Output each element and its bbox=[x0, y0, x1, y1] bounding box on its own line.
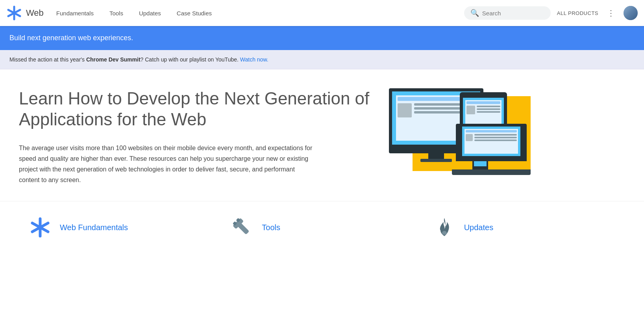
illus-laptop-line bbox=[474, 137, 517, 138]
illus-laptop-screen-inner bbox=[464, 129, 518, 154]
illus-laptop-line bbox=[474, 140, 517, 141]
notice-watch-link[interactable]: Watch now. bbox=[240, 56, 268, 63]
nav-logo[interactable]: Web bbox=[6, 5, 44, 21]
notice-text-before: Missed the action at this year's bbox=[9, 56, 86, 63]
illus-laptop-content-row bbox=[464, 134, 518, 141]
main-content: Learn How to Develop the Next Generation… bbox=[0, 69, 644, 201]
content-right bbox=[389, 88, 531, 175]
illus-tablet-box bbox=[466, 106, 475, 114]
avatar[interactable] bbox=[624, 6, 638, 20]
nav-link-tools[interactable]: Tools bbox=[109, 10, 123, 17]
illus-tablet-line bbox=[477, 106, 500, 107]
illus-tablet-bar bbox=[466, 101, 500, 104]
illus-screen-box bbox=[398, 103, 412, 117]
hero-banner: Build next generation web experiences. bbox=[0, 26, 644, 50]
bottom-cards: Web Fundamentals Tools Updates bbox=[0, 201, 644, 261]
card-updates[interactable]: Updates bbox=[423, 209, 625, 246]
illus-laptop-line bbox=[474, 134, 517, 136]
illus-laptop-lines bbox=[474, 134, 517, 141]
hero-text: Build next generation web experiences. bbox=[9, 34, 133, 42]
nav-link-case-studies[interactable]: Case Studies bbox=[177, 10, 212, 17]
nav-logo-text: Web bbox=[26, 8, 44, 18]
illus-monitor-stand bbox=[428, 153, 444, 159]
illus-tablet-line bbox=[477, 111, 500, 113]
search-icon: 🔍 bbox=[470, 9, 479, 17]
nav-right: 🔍 ALL PRODUCTS ⋮ bbox=[464, 6, 638, 20]
illus-tablet-lines bbox=[477, 106, 500, 114]
all-products-button[interactable]: ALL PRODUCTS bbox=[557, 10, 598, 16]
main-heading: Learn How to Develop the Next Generation… bbox=[19, 88, 373, 130]
notice-text-after: ? Catch up with our playlist on YouTube. bbox=[141, 56, 240, 63]
svg-point-4 bbox=[442, 231, 447, 235]
avatar-image bbox=[624, 6, 638, 20]
search-container[interactable]: 🔍 bbox=[464, 6, 551, 20]
illus-laptop-box bbox=[466, 134, 473, 141]
illus-monitor-base bbox=[420, 159, 452, 162]
card-updates-icon-wrap bbox=[433, 216, 456, 239]
notice-banner: Missed the action at this year's Chrome … bbox=[0, 50, 644, 69]
illus-laptop-base bbox=[452, 169, 531, 175]
updates-fire-icon bbox=[433, 216, 455, 238]
nav-links: Fundamentals Tools Updates Case Studies bbox=[56, 10, 464, 17]
tools-wrench-icon bbox=[231, 216, 253, 238]
illus-laptop-screen bbox=[462, 127, 520, 156]
card-web-fundamentals[interactable]: Web Fundamentals bbox=[19, 209, 221, 246]
illus-laptop bbox=[452, 124, 531, 175]
nav-link-fundamentals[interactable]: Fundamentals bbox=[56, 10, 94, 17]
card-tools-label: Tools bbox=[262, 223, 280, 232]
web-fundamentals-asterisk-icon bbox=[29, 216, 51, 238]
illus-laptop-screen-frame bbox=[456, 124, 527, 161]
card-web-fundamentals-icon-wrap bbox=[28, 216, 52, 239]
illus-tablet-content bbox=[465, 106, 502, 114]
devices-illustration bbox=[389, 88, 531, 175]
card-tools[interactable]: Tools bbox=[221, 209, 423, 246]
illus-laptop-bar bbox=[466, 130, 517, 132]
nav-link-updates[interactable]: Updates bbox=[139, 10, 161, 17]
card-updates-label: Updates bbox=[464, 223, 494, 232]
content-left: Learn How to Develop the Next Generation… bbox=[19, 88, 373, 185]
logo-asterisk-icon bbox=[6, 5, 22, 21]
illus-tablet-line bbox=[477, 108, 500, 110]
notice-text-bold: Chrome Dev Summit bbox=[86, 56, 141, 63]
main-body-text: The average user visits more than 100 we… bbox=[19, 143, 314, 186]
more-options-icon[interactable]: ⋮ bbox=[605, 7, 617, 19]
card-tools-icon-wrap bbox=[230, 216, 254, 239]
search-input[interactable] bbox=[482, 10, 544, 17]
card-web-fundamentals-label: Web Fundamentals bbox=[60, 223, 128, 232]
navbar: Web Fundamentals Tools Updates Case Stud… bbox=[0, 0, 644, 26]
